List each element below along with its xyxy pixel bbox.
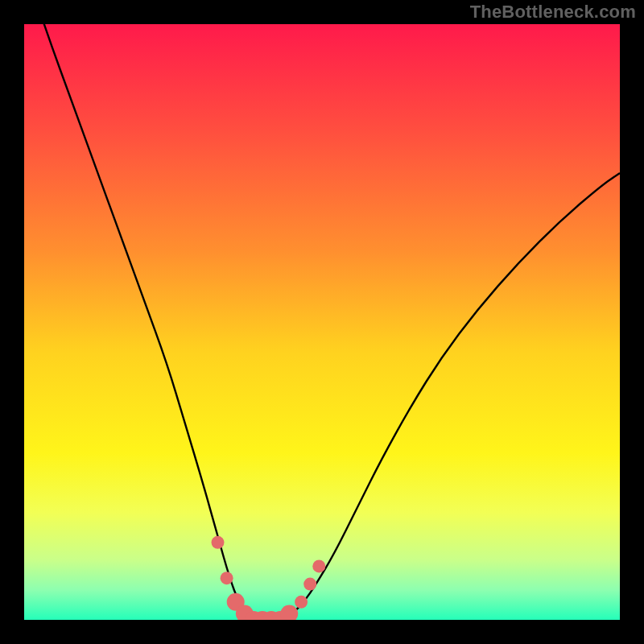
bottleneck-chart	[0, 0, 644, 644]
chart-stage: TheBottleneck.com	[0, 0, 644, 644]
curve-marker	[295, 596, 308, 609]
curve-marker	[212, 536, 225, 549]
chart-background	[24, 24, 620, 620]
curve-marker	[303, 578, 316, 591]
curve-marker	[221, 572, 233, 584]
curve-marker	[312, 559, 325, 572]
watermark: TheBottleneck.com	[470, 2, 636, 23]
